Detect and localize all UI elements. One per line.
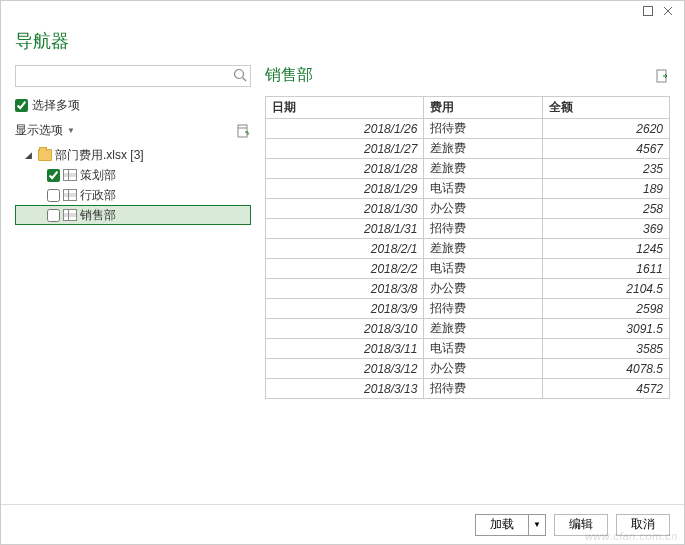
cell-amount: 4567 bbox=[543, 139, 670, 159]
tree-item[interactable]: 行政部 bbox=[15, 185, 251, 205]
cell-fee: 差旅费 bbox=[424, 159, 543, 179]
table-row: 2018/1/29电话费189 bbox=[266, 179, 670, 199]
export-icon[interactable] bbox=[654, 68, 670, 84]
table-row: 2018/3/12办公费4078.5 bbox=[266, 359, 670, 379]
table-row: 2018/2/1差旅费1245 bbox=[266, 239, 670, 259]
preview-table: 日期 费用 全额 2018/1/26招待费26202018/1/27差旅费456… bbox=[265, 96, 670, 399]
cell-fee: 电话费 bbox=[424, 339, 543, 359]
load-button[interactable]: 加载 bbox=[475, 514, 529, 536]
cell-fee: 差旅费 bbox=[424, 239, 543, 259]
cell-date: 2018/3/10 bbox=[266, 319, 424, 339]
table-row: 2018/3/13招待费4572 bbox=[266, 379, 670, 399]
table-row: 2018/3/11电话费3585 bbox=[266, 339, 670, 359]
cell-amount: 2598 bbox=[543, 299, 670, 319]
folder-icon bbox=[38, 149, 52, 161]
close-icon[interactable] bbox=[658, 3, 678, 19]
load-dropdown-button[interactable]: ▼ bbox=[529, 514, 546, 536]
cell-fee: 招待费 bbox=[424, 219, 543, 239]
table-row: 2018/1/30办公费258 bbox=[266, 199, 670, 219]
table-row: 2018/3/10差旅费3091.5 bbox=[266, 319, 670, 339]
cell-fee: 招待费 bbox=[424, 299, 543, 319]
col-date: 日期 bbox=[266, 97, 424, 119]
cell-date: 2018/1/28 bbox=[266, 159, 424, 179]
col-amount: 全额 bbox=[543, 97, 670, 119]
multi-select-checkbox[interactable] bbox=[15, 99, 28, 112]
cell-fee: 电话费 bbox=[424, 179, 543, 199]
display-options-button[interactable]: 显示选项 ▼ bbox=[15, 122, 75, 139]
table-icon bbox=[63, 169, 77, 181]
cancel-button[interactable]: 取消 bbox=[616, 514, 670, 536]
search-input[interactable] bbox=[15, 65, 251, 87]
cell-amount: 235 bbox=[543, 159, 670, 179]
table-icon bbox=[63, 209, 77, 221]
cell-amount: 4572 bbox=[543, 379, 670, 399]
cell-date: 2018/3/8 bbox=[266, 279, 424, 299]
multi-select-row[interactable]: 选择多项 bbox=[15, 95, 251, 116]
file-label: 部门费用.xlsx [3] bbox=[55, 147, 144, 164]
cell-fee: 差旅费 bbox=[424, 319, 543, 339]
tree-item[interactable]: 策划部 bbox=[15, 165, 251, 185]
cell-date: 2018/1/31 bbox=[266, 219, 424, 239]
table-row: 2018/3/9招待费2598 bbox=[266, 299, 670, 319]
cell-amount: 2620 bbox=[543, 119, 670, 139]
cell-date: 2018/2/1 bbox=[266, 239, 424, 259]
preview-title: 销售部 bbox=[265, 65, 313, 86]
cell-date: 2018/1/29 bbox=[266, 179, 424, 199]
restore-icon[interactable] bbox=[638, 3, 658, 19]
cell-fee: 招待费 bbox=[424, 119, 543, 139]
table-row: 2018/2/2电话费1611 bbox=[266, 259, 670, 279]
cell-amount: 3091.5 bbox=[543, 319, 670, 339]
table-row: 2018/1/27差旅费4567 bbox=[266, 139, 670, 159]
cell-date: 2018/2/2 bbox=[266, 259, 424, 279]
chevron-down-icon: ▼ bbox=[67, 126, 75, 135]
tree-item-label: 行政部 bbox=[80, 187, 116, 204]
right-pane: 销售部 日期 费用 全额 2018/1/26招待费26202018/1/27差旅… bbox=[265, 65, 670, 504]
table-row: 2018/1/26招待费2620 bbox=[266, 119, 670, 139]
cell-fee: 差旅费 bbox=[424, 139, 543, 159]
tree-file-row[interactable]: ◢ 部门费用.xlsx [3] bbox=[15, 145, 251, 165]
edit-button[interactable]: 编辑 bbox=[554, 514, 608, 536]
cell-date: 2018/1/27 bbox=[266, 139, 424, 159]
collapse-icon[interactable]: ◢ bbox=[25, 150, 35, 160]
tree-item-checkbox[interactable] bbox=[47, 189, 60, 202]
search-wrap bbox=[15, 65, 251, 87]
cell-date: 2018/3/13 bbox=[266, 379, 424, 399]
col-fee: 费用 bbox=[424, 97, 543, 119]
table-icon bbox=[63, 189, 77, 201]
cell-amount: 189 bbox=[543, 179, 670, 199]
svg-rect-0 bbox=[644, 7, 653, 16]
tree-item-label: 策划部 bbox=[80, 167, 116, 184]
titlebar bbox=[1, 1, 684, 21]
table-row: 2018/1/31招待费369 bbox=[266, 219, 670, 239]
tree-item[interactable]: 销售部 bbox=[15, 205, 251, 225]
cell-fee: 办公费 bbox=[424, 359, 543, 379]
display-options-row: 显示选项 ▼ bbox=[15, 122, 251, 139]
cell-amount: 4078.5 bbox=[543, 359, 670, 379]
cell-amount: 258 bbox=[543, 199, 670, 219]
window-title: 导航器 bbox=[1, 21, 684, 57]
preview-header: 销售部 bbox=[265, 65, 670, 86]
cell-fee: 办公费 bbox=[424, 199, 543, 219]
tree-item-label: 销售部 bbox=[80, 207, 116, 224]
tree-item-checkbox[interactable] bbox=[47, 169, 60, 182]
refresh-icon[interactable] bbox=[235, 123, 251, 139]
cell-fee: 办公费 bbox=[424, 279, 543, 299]
cell-date: 2018/1/30 bbox=[266, 199, 424, 219]
cell-date: 2018/1/26 bbox=[266, 119, 424, 139]
cell-date: 2018/3/12 bbox=[266, 359, 424, 379]
table-row: 2018/1/28差旅费235 bbox=[266, 159, 670, 179]
cell-amount: 1611 bbox=[543, 259, 670, 279]
cell-amount: 3585 bbox=[543, 339, 670, 359]
cell-date: 2018/3/11 bbox=[266, 339, 424, 359]
cell-fee: 电话费 bbox=[424, 259, 543, 279]
navigator-window: 导航器 选择多项 显示选项 ▼ bbox=[0, 0, 685, 545]
tree: ◢ 部门费用.xlsx [3] 策划部行政部销售部 bbox=[15, 145, 251, 504]
footer: 加载 ▼ 编辑 取消 www.cfan.com.cn bbox=[1, 504, 684, 544]
cell-fee: 招待费 bbox=[424, 379, 543, 399]
cell-amount: 2104.5 bbox=[543, 279, 670, 299]
cell-amount: 1245 bbox=[543, 239, 670, 259]
tree-item-checkbox[interactable] bbox=[47, 209, 60, 222]
cell-date: 2018/3/9 bbox=[266, 299, 424, 319]
multi-select-label: 选择多项 bbox=[32, 97, 80, 114]
cell-amount: 369 bbox=[543, 219, 670, 239]
